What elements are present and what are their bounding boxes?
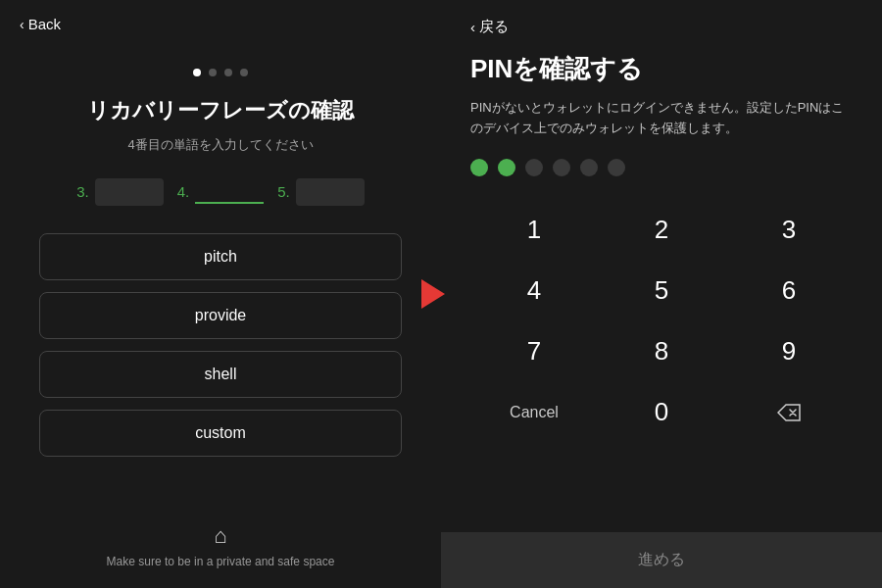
numpad: 1 2 3 4 5 6 7 8 9 Cancel 0 bbox=[470, 200, 853, 588]
numpad-row-4: Cancel 0 bbox=[470, 382, 853, 443]
word-item-4: 4. bbox=[177, 180, 265, 204]
pin-dot-6 bbox=[608, 159, 625, 176]
numpad-row-3: 7 8 9 bbox=[470, 321, 853, 382]
back-button-right[interactable]: ‹ 戻る bbox=[470, 18, 853, 36]
key-4[interactable]: 4 bbox=[495, 267, 573, 316]
progress-dot-2 bbox=[209, 69, 217, 76]
numpad-row-1: 1 2 3 bbox=[470, 200, 853, 261]
progress-dot-4 bbox=[240, 69, 248, 76]
progress-dot-1 bbox=[193, 69, 201, 76]
home-icon: ⌂ bbox=[214, 523, 226, 549]
left-subtitle: 4番目の単語を入力してください bbox=[127, 136, 313, 154]
progress-dots bbox=[193, 69, 248, 76]
forward-arrow-icon bbox=[421, 279, 445, 309]
word-row: 3. 4. 5. bbox=[76, 178, 365, 206]
proceed-button[interactable]: 進める bbox=[441, 532, 882, 588]
word-number-5: 5. bbox=[277, 183, 290, 200]
numpad-row-2: 4 5 6 bbox=[470, 261, 853, 321]
back-chevron-right-icon: ‹ bbox=[470, 19, 475, 35]
back-label-right: 戻る bbox=[479, 18, 509, 36]
pin-dot-1 bbox=[470, 159, 488, 176]
option-shell[interactable]: shell bbox=[39, 351, 402, 398]
word-item-3: 3. bbox=[76, 178, 164, 206]
key-1[interactable]: 1 bbox=[495, 206, 573, 255]
bottom-section: ⌂ Make sure to be in a private and safe … bbox=[107, 523, 335, 568]
option-provide[interactable]: provide bbox=[39, 292, 402, 339]
right-description: PINがないとウォレットにログインできません。設定したPINはこのデバイス上での… bbox=[470, 98, 853, 139]
word-box-5 bbox=[296, 178, 365, 206]
key-5[interactable]: 5 bbox=[622, 267, 701, 316]
key-9[interactable]: 9 bbox=[750, 327, 828, 376]
pin-dot-4 bbox=[553, 159, 570, 176]
word-underline-4 bbox=[195, 180, 264, 204]
key-0[interactable]: 0 bbox=[622, 388, 701, 437]
back-chevron-icon: ‹ bbox=[20, 17, 24, 32]
back-button-left[interactable]: ‹ Back bbox=[20, 16, 61, 32]
option-custom[interactable]: custom bbox=[39, 410, 402, 457]
bottom-text: Make sure to be in a private and safe sp… bbox=[107, 555, 335, 568]
right-panel: ‹ 戻る PINを確認する PINがないとウォレットにログインできません。設定し… bbox=[441, 0, 882, 588]
left-title: リカバリーフレーズの確認 bbox=[87, 96, 354, 126]
left-panel: ‹ Back リカバリーフレーズの確認 4番目の単語を入力してください 3. 4… bbox=[0, 0, 441, 588]
key-2[interactable]: 2 bbox=[622, 206, 701, 255]
backspace-button[interactable] bbox=[750, 388, 828, 437]
pin-dot-2 bbox=[498, 159, 515, 176]
word-box-3 bbox=[95, 178, 164, 206]
key-3[interactable]: 3 bbox=[750, 206, 828, 255]
word-item-5: 5. bbox=[277, 178, 365, 206]
key-8[interactable]: 8 bbox=[622, 327, 701, 376]
key-7[interactable]: 7 bbox=[495, 327, 573, 376]
pin-dot-3 bbox=[525, 159, 543, 176]
right-title: PINを確認する bbox=[470, 52, 853, 86]
pin-dots bbox=[470, 159, 853, 176]
back-label-left: Back bbox=[28, 16, 61, 32]
progress-dot-3 bbox=[224, 69, 232, 76]
key-cancel[interactable]: Cancel bbox=[495, 388, 573, 437]
word-number-3: 3. bbox=[76, 183, 89, 200]
key-6[interactable]: 6 bbox=[750, 267, 828, 316]
word-number-4: 4. bbox=[177, 183, 190, 200]
pin-dot-5 bbox=[580, 159, 598, 176]
option-pitch[interactable]: pitch bbox=[39, 233, 402, 280]
